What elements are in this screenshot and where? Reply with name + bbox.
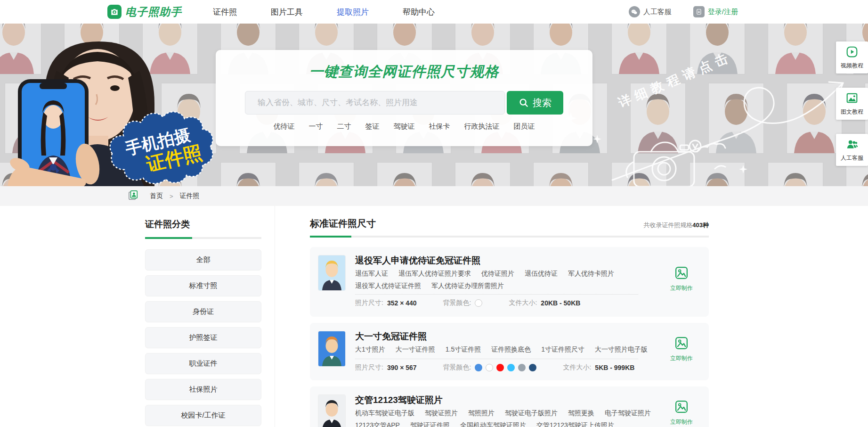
dotted-divider [355,359,638,359]
spec-tag: 优待证照片 [481,270,514,277]
spec-thumbnail [318,255,345,290]
spec-tag: 退伍优待证 [525,270,558,277]
file-size-label: 文件大小: [563,363,591,372]
search-input[interactable] [245,91,505,115]
quick-tag-1[interactable]: 一寸 [309,122,323,131]
spec-tag: 证件照换底色 [491,345,531,353]
file-size-value: 5KB - 999KB [595,364,634,371]
quick-tag-3[interactable]: 签证 [365,122,380,131]
tutorial-doodle: 详细教程请点击 [542,24,868,186]
category-list: 全部标准寸照身份证护照签证职业证件社保照片校园卡/工作证 [145,249,261,426]
spec-tags-line-1: 12123交管APP驾驶证证件照全国机动车驾驶证照片交管12123驾驶证上传照片 [355,421,625,427]
side-button-label: 人工客服 [841,154,863,162]
quick-tag-5[interactable]: 社保卡 [429,122,450,131]
make-now-button[interactable]: 立即制作 [666,336,697,362]
size-value: 352 × 440 [387,299,417,307]
category-item-2[interactable]: 身份证 [145,301,261,322]
customer-service-label: 人工客服 [643,8,672,16]
customer-service-link[interactable]: 人工客服 [629,6,672,17]
breadcrumb-separator: > [170,193,173,200]
spec-tags-line-1: 退役军人优待证证件照军人优待证办理所需照片 [355,282,514,290]
quick-tag-6[interactable]: 行政执法证 [464,122,500,131]
file-size-value: 20KB - 50KB [541,299,580,307]
quick-tag-2[interactable]: 二寸 [337,122,351,131]
spec-tags-line-0: 大1寸照片大一寸证件照1.5寸证件照证件照换底色1寸证件照尺寸大一寸照片电子版 [355,345,658,354]
spec-title[interactable]: 退役军人申请优待证免冠证件照 [355,255,480,267]
spec-card-1: 大一寸免冠证件照大1寸照片大一寸证件照1.5寸证件照证件照换底色1寸证件照尺寸大… [310,323,709,380]
hero-title: 一键查询全网证件照尺寸规格 [216,62,592,82]
nav-item-2[interactable]: 提取照片 [337,7,369,17]
search-card: 一键查询全网证件照尺寸规格 搜索 优待证一寸二寸签证驾驶证社保卡行政执法证团员证 [216,50,592,146]
size-label: 照片尺寸: [355,299,383,307]
size-label: 照片尺寸: [355,363,383,372]
spec-tag: 1.5寸证件照 [446,345,481,353]
bg-color-swatch [507,364,515,371]
page: 电子照助手 证件照图片工具提取照片帮助中心 人工客服 登录/注册 [0,0,868,427]
category-item-1[interactable]: 标准寸照 [145,275,261,296]
top-bar: 电子照助手 证件照图片工具提取照片帮助中心 人工客服 登录/注册 [0,0,868,24]
login-register-link[interactable]: 登录/注册 [693,6,738,17]
spec-tag: 全国机动车驾驶证照片 [460,421,526,427]
floating-side-buttons: 视频教程图文教程人工客服 [836,41,868,166]
category-item-6[interactable]: 校园卡/工作证 [145,405,261,426]
breadcrumb-current[interactable]: 证件照 [180,192,200,200]
spec-meta: 照片尺寸:352 × 440背景颜色:文件大小:20KB - 50KB [355,299,580,307]
size-value: 390 × 567 [387,364,417,371]
spec-tag: 驾驶证电子版照片 [505,409,558,417]
category-item-3[interactable]: 护照签证 [145,327,261,348]
make-now-button[interactable]: 立即制作 [666,266,697,292]
spec-title[interactable]: 大一寸免冠证件照 [355,330,427,343]
image-icon [846,92,858,106]
side-button-1[interactable]: 图文教程 [836,88,868,120]
spec-tag: 12123交管APP [355,421,400,427]
spec-tags-line-0: 退伍军人证退伍军人优待证照片要求优待证照片退伍优待证军人优待卡照片 [355,270,625,278]
spec-title[interactable]: 交管12123驾驶证照片 [355,394,443,406]
spec-meta: 照片尺寸:390 × 567背景颜色:文件大小:5KB - 999KB [355,363,634,372]
make-now-label: 立即制作 [666,354,697,362]
quick-tags: 优待证一寸二寸签证驾驶证社保卡行政执法证团员证 [216,122,592,131]
quick-tag-7[interactable]: 团员证 [514,122,535,131]
spec-tag: 军人优待证办理所需照片 [431,282,504,289]
category-item-5[interactable]: 社保照片 [145,379,261,400]
dotted-divider [355,294,638,295]
make-photo-icon [674,344,689,352]
nav-item-0[interactable]: 证件照 [213,7,237,17]
make-now-label: 立即制作 [666,418,697,426]
nav-item-1[interactable]: 图片工具 [271,7,303,17]
spec-list-title: 标准证件照尺寸 [310,206,376,230]
quick-tag-0[interactable]: 优待证 [274,122,295,131]
camera-logo-icon [107,5,122,19]
logo[interactable]: 电子照助手 [107,0,182,24]
spec-tag: 交管12123驾驶证上传照片 [536,421,614,427]
spec-tag: 电子驾驶证照片 [605,409,651,417]
spec-tag: 军人优待卡照片 [568,270,614,277]
bg-color-swatches [475,299,482,307]
id-photo-icon [128,190,138,202]
bg-color-label: 背景颜色: [443,299,471,307]
quick-tag-4[interactable]: 驾驶证 [394,122,415,131]
category-item-0[interactable]: 全部 [145,249,261,271]
category-item-4[interactable]: 职业证件 [145,353,261,374]
spec-tags-line-0: 机动车驾驶证电子版驾驶证照片驾照照片驾驶证电子版照片驾照更换电子驾驶证照片 [355,409,661,418]
category-panel: 证件照分类 全部标准寸照身份证护照签证职业证件社保照片校园卡/工作证 [145,206,275,427]
spec-tag: 驾驶证证件照 [410,421,450,427]
category-underline [145,237,261,239]
bg-color-label: 背景颜色: [443,363,471,372]
bg-color-swatch [496,364,504,371]
spec-thumbnail [318,395,345,427]
make-photo-icon [674,407,689,415]
breadcrumb-home[interactable]: 首页 [150,192,163,200]
make-now-button[interactable]: 立即制作 [666,400,697,426]
main-nav: 证件照图片工具提取照片帮助中心 [213,0,435,24]
doodle-text: 详细教程请点击 [616,49,734,110]
side-button-label: 视频教程 [841,62,863,70]
side-button-2[interactable]: 人工客服 [836,134,868,166]
spec-thumbnail [318,331,345,366]
breadcrumb: 首页 > 证件照 [0,186,868,206]
file-size-label: 文件大小: [509,299,537,307]
spec-card-0: 退役军人申请优待证免冠证件照退伍军人证退伍军人优待证照片要求优待证照片退伍优待证… [310,247,709,317]
content: 证件照分类 全部标准寸照身份证护照签证职业证件社保照片校园卡/工作证 标准证件照… [0,206,868,427]
side-button-0[interactable]: 视频教程 [836,41,868,74]
spec-tag: 驾照更换 [568,409,594,417]
nav-item-3[interactable]: 帮助中心 [403,7,435,17]
